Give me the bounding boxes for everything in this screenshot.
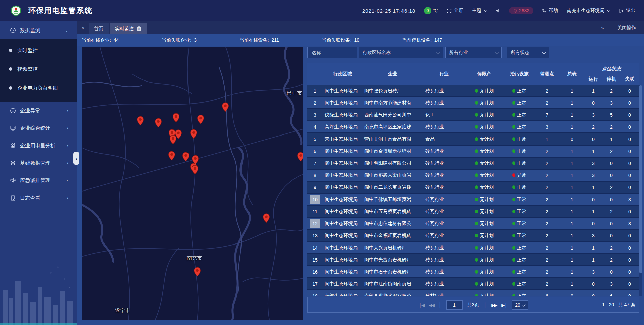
cell-facility: 正常 — [504, 100, 535, 106]
scrollbar-thumb[interactable] — [639, 85, 642, 273]
map-pin-icon[interactable] — [137, 116, 144, 127]
table-row[interactable]: 6阆中生态环境局阆中市金博瑞新型墙材砖瓦行业无计划正常21120 — [307, 146, 639, 157]
cell-facility: 正常 — [504, 136, 535, 142]
cell-points: 1 — [535, 137, 559, 142]
table-header: 行政区域 企业 行业 停限产 治污设施 监测点 总表 点位状态 运行 停机 失联 — [307, 63, 639, 85]
table-row[interactable]: 5营山生态环境局营山县润丰肉食品有限食品无计划正常10010 — [307, 133, 639, 145]
map-pin-icon[interactable] — [172, 113, 180, 124]
table-row[interactable]: 11阆中生态环境局阆中市五马桥页岩机砖砖瓦行业无计划正常21120 — [307, 206, 639, 217]
tabs-scroll-left-icon[interactable]: « — [77, 21, 89, 34]
map-pin-icon[interactable] — [197, 115, 204, 126]
status-filter-select[interactable]: 所有状态 — [507, 47, 549, 58]
page-size-select[interactable]: 20 — [512, 300, 528, 310]
cell-industry: 砖瓦行业 — [423, 148, 465, 154]
map-pin-icon[interactable] — [190, 129, 197, 140]
table-row[interactable]: 16阆中生态环境局阆中市石子页岩机砖厂砖瓦行业无计划正常21300 — [307, 266, 639, 277]
logout-button[interactable]: 退出 — [619, 8, 635, 14]
sidebar-subitem[interactable]: 视频监控 — [0, 60, 77, 78]
map-city-label: 南充市 — [187, 255, 202, 261]
chevron-left-icon: ‹ — [67, 108, 68, 113]
table-row[interactable]: 12阆中生态环境局阆中市忠信建材有限公砖瓦行业无计划正常21003 — [307, 218, 639, 229]
sidebar-item-4[interactable]: 企业用电量分析‹ — [0, 137, 77, 154]
map-pin-icon[interactable] — [168, 151, 175, 162]
table-row[interactable]: 1阆中生态环境局阆中强锐页岩砖厂砖瓦行业无计划正常21120 — [307, 85, 639, 96]
table-row[interactable]: 13阆中生态环境局阆中市金福旺页岩机砖砖瓦行业无计划正常21300 — [307, 230, 639, 241]
sidebar-item-3[interactable]: 企业综合统计‹ — [0, 119, 77, 137]
map-pin-icon[interactable] — [222, 102, 229, 113]
cell-running: 3 — [584, 233, 602, 238]
region-filter-select[interactable]: 行政区域名称 — [359, 47, 443, 58]
cell-offline: 0 — [621, 137, 639, 142]
fullscreen-button[interactable]: 全屏 — [447, 8, 463, 14]
table-row[interactable]: 7阆中生态环境局阆中明阳建材有限公司砖瓦行业无计划正常21300 — [307, 158, 639, 169]
name-filter[interactable] — [307, 47, 357, 58]
table-row[interactable]: 9阆中生态环境局阆中市二龙长宝页岩砖砖瓦行业无计划正常21120 — [307, 182, 639, 193]
sidebar-footer-strip — [0, 323, 77, 325]
sidebar-subitem[interactable]: 实时监控 — [0, 41, 77, 60]
table-row[interactable]: 15阆中生态环境局阆中市光富页岩机砖厂砖瓦行业无计划正常21120 — [307, 254, 639, 265]
prev-page-icon[interactable]: ◀◀ — [429, 303, 434, 308]
cell-facility: 正常 — [504, 293, 535, 297]
table-row[interactable]: 17阆中生态环境局阆中市江南镇阆南页岩砖瓦行业无计划正常21030 — [307, 278, 639, 289]
tabs-scroll-right-icon[interactable]: » — [596, 21, 608, 34]
table-row[interactable]: 4高坪生态环境局南充市高坪区王家店建砖瓦行业无计划正常31220 — [307, 121, 639, 132]
sidebar-item-5[interactable]: 基础数据管理‹ — [0, 154, 77, 172]
tab-实时监控[interactable]: 实时监控× — [110, 23, 147, 34]
page-number-input[interactable]: 1 — [446, 300, 463, 310]
table-scrollbar[interactable] — [639, 85, 642, 296]
sidebar-item-6[interactable]: 应急减排管理‹ — [0, 172, 77, 189]
last-page-icon[interactable]: ▶❘ — [501, 303, 507, 308]
sidebar-item-2[interactable]: 企业异常‹ — [0, 102, 77, 119]
cell-limit: 无计划 — [465, 112, 504, 118]
sidebar-subitem[interactable]: 企业电力负荷明细 — [0, 78, 77, 97]
datetime-label: 2021-02-25 17:46:18 — [362, 8, 415, 14]
cell-meters: 1 — [559, 221, 584, 226]
table-row[interactable]: 2阆中生态环境局阆中市南方节能建材有砖瓦行业无计划正常21030 — [307, 97, 639, 108]
map-pin-icon[interactable] — [191, 165, 199, 176]
close-operations-button[interactable]: 关闭操作 — [617, 25, 636, 31]
table-row[interactable]: 14阆中生态环境局阆中大兴页岩机砖厂砖瓦行业无计划正常21120 — [307, 242, 639, 253]
sidebar-item-1[interactable]: 数据监测⌄ — [0, 21, 77, 39]
cell-meters: 1 — [559, 124, 584, 130]
map-pin-icon[interactable] — [155, 118, 162, 129]
cell-facility: 正常 — [504, 233, 535, 239]
chart-icon — [10, 143, 16, 149]
cell-points: 2 — [535, 269, 559, 275]
cell-region: 阆中生态环境局 — [323, 148, 362, 154]
industry-filter-select[interactable]: 所有行业 — [445, 47, 502, 58]
map-pin-icon[interactable] — [169, 135, 177, 146]
point-status-group-label: 点位状态 — [584, 63, 639, 73]
map-pin-icon[interactable] — [297, 152, 303, 163]
org-dropdown[interactable]: 南充市生态环境局 — [567, 8, 610, 14]
tab-首页[interactable]: 首页 — [89, 23, 109, 34]
close-icon[interactable]: × — [137, 26, 141, 31]
mute-button[interactable] — [496, 8, 500, 13]
map-panel[interactable]: 巴中市南充市遂宁市 — [82, 47, 303, 320]
cell-company: 阆中市金福旺页岩机砖 — [362, 233, 423, 239]
cell-running: 1 — [584, 245, 602, 251]
map-pin-icon[interactable] — [182, 152, 190, 163]
table-row[interactable]: 10阆中生态环境局阆中千佛镇五郎垭页岩砖瓦行业无计划正常21003 — [307, 194, 639, 205]
page-title: 环保用电监管系统 — [28, 0, 93, 21]
notification-badge[interactable]: 2632 — [509, 7, 533, 14]
cell-region: 阆中生态环境局 — [323, 160, 362, 166]
first-page-icon[interactable]: ❘◀ — [418, 303, 424, 308]
theme-dropdown[interactable]: 主题 — [472, 8, 487, 14]
help-button[interactable]: 帮助 — [542, 8, 558, 14]
cell-meters: 1 — [559, 197, 584, 202]
next-page-icon[interactable]: ▶▶ — [491, 303, 497, 308]
sidebar-item-7[interactable]: 日志查看‹ — [0, 189, 77, 207]
table-row[interactable]: 18南部生态环境局南部县砒华水泥有限公建材行业无计划正常60060 — [307, 290, 639, 296]
cell-limit: 无计划 — [465, 293, 504, 297]
cell-running: 3 — [584, 269, 602, 275]
cell-running: 0 — [584, 137, 602, 142]
table-row[interactable]: 3仪陇生态环境局西南油气田分公司川中化工无计划正常71350 — [307, 109, 639, 120]
map-pin-icon[interactable] — [263, 213, 270, 224]
sidebar-collapse-button[interactable]: ‹ — [73, 152, 79, 165]
map-pin-icon[interactable] — [194, 267, 201, 278]
cell-offline: 0 — [621, 233, 639, 238]
enterprise-panel: 行政区域名称 所有行业 所有状态 行政区域 企业 行业 停限产 治污设施 监测点… — [307, 47, 639, 314]
name-filter-input[interactable] — [311, 50, 353, 56]
table-row[interactable]: 8阆中生态环境局阆中市枣碧大梁山页岩砖瓦行业无计划异常21300 — [307, 170, 639, 181]
cell-limit: 无计划 — [465, 209, 504, 215]
